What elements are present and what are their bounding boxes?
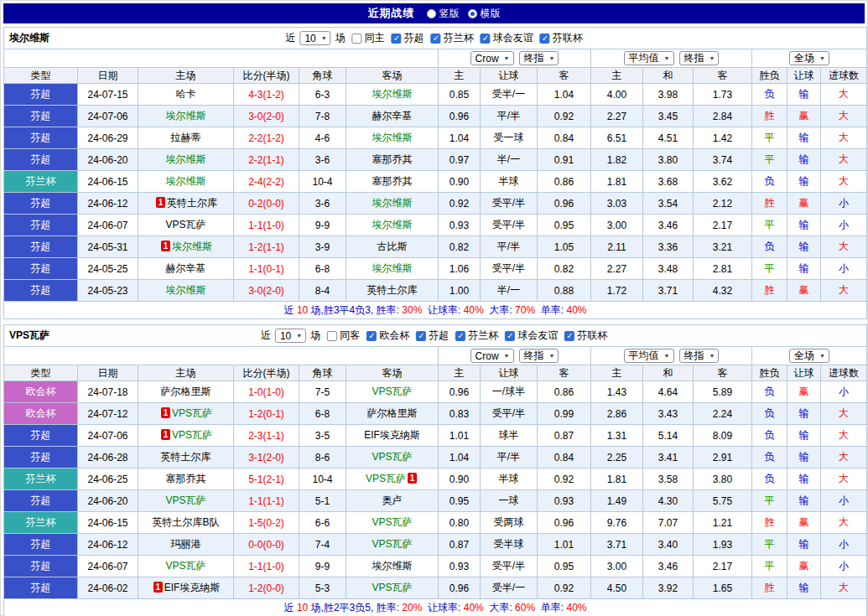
odds-final-select[interactable]: 终指▼	[519, 349, 559, 363]
filter-checkbox[interactable]: 芬超	[416, 329, 449, 343]
score-cell: 2-3(1-1)	[234, 425, 299, 447]
odds-selects-row: Crow▼ 终指▼ 平均值▼ 终指▼ 全场▼	[4, 49, 867, 68]
result-cell: 平	[752, 490, 787, 512]
euro-home-odds-cell: 1.82	[591, 149, 643, 171]
layout-radio-option[interactable]: 横版	[468, 7, 501, 21]
goals-result-cell: 大	[821, 171, 867, 193]
filter-checkbox[interactable]: 球会友谊	[505, 329, 558, 343]
league-type-cell: 芬兰杯	[4, 171, 78, 193]
col-euro-home: 主	[591, 365, 643, 381]
corner-cell: 7-4	[299, 534, 346, 556]
asian-home-odds-cell: 0.96	[439, 577, 481, 599]
chevron-down-icon: ▼	[549, 353, 555, 359]
filter-checkbox[interactable]: 芬联杯	[540, 31, 583, 45]
goals-result-cell: 大	[821, 468, 867, 490]
euro-home-odds-cell: 2.27	[591, 106, 643, 127]
match-row: 芬超 24-06-12 玛丽港 0-0(0-0) 7-4 VPS瓦萨 0.87 …	[4, 534, 867, 556]
away-team-cell: VPS瓦萨1	[346, 468, 439, 490]
summary-text-part: 大率:	[486, 304, 512, 316]
summary-text-part: 大率:	[486, 602, 512, 613]
match-row: 芬超 24-07-06 1VPS瓦萨 2-3(1-1) 3-5 EIF埃克纳斯 …	[4, 425, 867, 447]
scope-select[interactable]: 全场▼	[789, 51, 829, 65]
asian-away-odds-cell: 0.92	[538, 577, 591, 599]
match-count-select[interactable]: 10▼	[299, 31, 330, 45]
goals-result-cell: 大	[821, 512, 867, 534]
league-type-cell: 芬兰杯	[4, 512, 78, 534]
asian-home-odds-cell: 1.01	[439, 425, 481, 447]
filter-checkbox[interactable]: 同客	[327, 329, 360, 343]
checkbox-label: 芬超	[404, 31, 424, 45]
asian-home-odds-cell: 1.04	[439, 127, 481, 149]
result-cell: 胜	[752, 577, 787, 599]
handicap-result-cell: 赢	[787, 106, 821, 127]
euro-draw-odds-cell: 3.92	[643, 577, 694, 599]
filter-checkbox[interactable]: 芬兰杯	[431, 31, 474, 45]
odds-source-select[interactable]: Crow▼	[470, 51, 514, 65]
away-team-cell: 埃尔维斯	[346, 127, 439, 149]
away-team-name: 埃尔维斯	[372, 560, 413, 572]
asian-odds-selects-cell: Crow▼ 终指▼	[439, 49, 591, 68]
filter-checkbox[interactable]: 同主	[352, 31, 385, 45]
asian-handicap-cell: 一/球半	[481, 381, 538, 403]
summary-row: 近 10 场,胜2平3负5, 胜率: 20% 让球率: 40%	[4, 599, 867, 616]
filter-checkbox[interactable]: 芬超	[392, 31, 424, 45]
red-card-badge: 1	[408, 473, 417, 484]
league-type-cell: 芬超	[4, 556, 78, 577]
euro-source-select[interactable]: 平均值▼	[624, 349, 674, 363]
date-cell: 24-06-12	[78, 193, 138, 215]
filter-checkbox[interactable]: 欧会杯	[366, 329, 409, 343]
odds-final-select[interactable]: 终指▼	[519, 51, 559, 65]
away-team-cell: 英特土尔库	[346, 280, 439, 302]
match-count-select[interactable]: 10▼	[275, 329, 306, 343]
team-name: VPS瓦萨	[9, 329, 49, 343]
euro-home-odds-cell: 1.31	[591, 425, 643, 447]
checkbox-icon	[431, 34, 441, 44]
euro-draw-odds-cell: 3.41	[643, 447, 694, 468]
home-team-name: 埃尔维斯	[166, 110, 206, 122]
checkbox-icon	[416, 331, 426, 341]
summary-text-part: 场,胜3平4负3, 胜率:	[311, 304, 399, 316]
euro-draw-odds-cell: 3.98	[643, 84, 694, 106]
match-row: 芬兰杯 24-06-15 英特土尔库B队 1-5(0-2) 6-6 VPS瓦萨 …	[4, 512, 867, 534]
scope-select[interactable]: 全场▼	[789, 349, 829, 363]
result-cell: 平	[752, 258, 787, 280]
layout-radio-option[interactable]: 竖版	[427, 7, 460, 21]
euro-away-odds-cell: 2.91	[694, 447, 752, 468]
league-type-cell: 芬超	[4, 149, 78, 171]
checkbox-icon	[564, 331, 574, 341]
filter-checkbox[interactable]: 芬兰杯	[455, 329, 498, 343]
odds-source-select[interactable]: Crow▼	[470, 349, 514, 363]
chevron-down-icon: ▼	[664, 55, 670, 61]
home-team-name: 玛丽港	[171, 538, 201, 550]
euro-draw-odds-cell: 3.40	[643, 534, 694, 556]
home-team-cell: 玛丽港	[138, 534, 234, 556]
summary-text-part: 让球率:	[425, 304, 461, 316]
checkbox-label: 球会友谊	[493, 31, 533, 45]
euro-home-odds-cell: 4.50	[591, 577, 643, 599]
home-team-name: EIF埃克纳斯	[164, 582, 221, 593]
chevron-down-icon: ▼	[819, 55, 825, 61]
radio-icon	[468, 9, 477, 18]
euro-final-select[interactable]: 终指▼	[679, 51, 720, 65]
euro-source-select[interactable]: 平均值▼	[624, 51, 674, 65]
col-goals: 进球数	[821, 365, 867, 381]
unit-label: 场	[310, 329, 320, 343]
euro-odds-selects-cell: 平均值▼ 终指▼	[591, 49, 752, 68]
handicap-result-cell: 赢	[787, 280, 821, 302]
filter-checkbox[interactable]: 球会友谊	[481, 31, 533, 45]
home-team-cell: 埃尔维斯	[138, 171, 234, 193]
home-team-cell: 哈卡	[138, 84, 234, 106]
filter-checkbox-group: 同客 欧会杯	[325, 329, 610, 343]
euro-final-select[interactable]: 终指▼	[679, 349, 720, 363]
goals-result-cell: 大	[821, 236, 867, 258]
match-row: 芬超 24-07-06 埃尔维斯 3-0(2-0) 7-8 赫尔辛基 0.96 …	[4, 106, 867, 127]
asian-handicap-cell: 半球	[481, 171, 538, 193]
filter-checkbox[interactable]: 芬联杯	[564, 329, 607, 343]
corner-cell: 9-9	[299, 556, 346, 577]
page-title: 近期战绩	[368, 6, 415, 21]
asian-handicap-cell: 球半	[481, 425, 538, 447]
asian-home-odds-cell: 1.06	[439, 258, 481, 280]
asian-away-odds-cell: 0.92	[538, 106, 591, 127]
asian-handicap-cell: 半/一	[481, 149, 538, 171]
odds-source-value: Crow	[476, 53, 499, 65]
